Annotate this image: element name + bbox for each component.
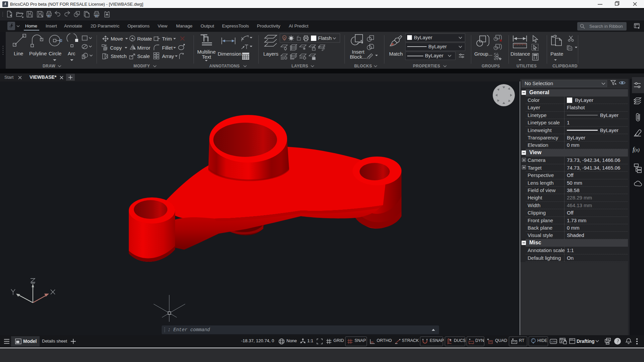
svg-text:CTRL: CTRL xyxy=(551,341,557,343)
